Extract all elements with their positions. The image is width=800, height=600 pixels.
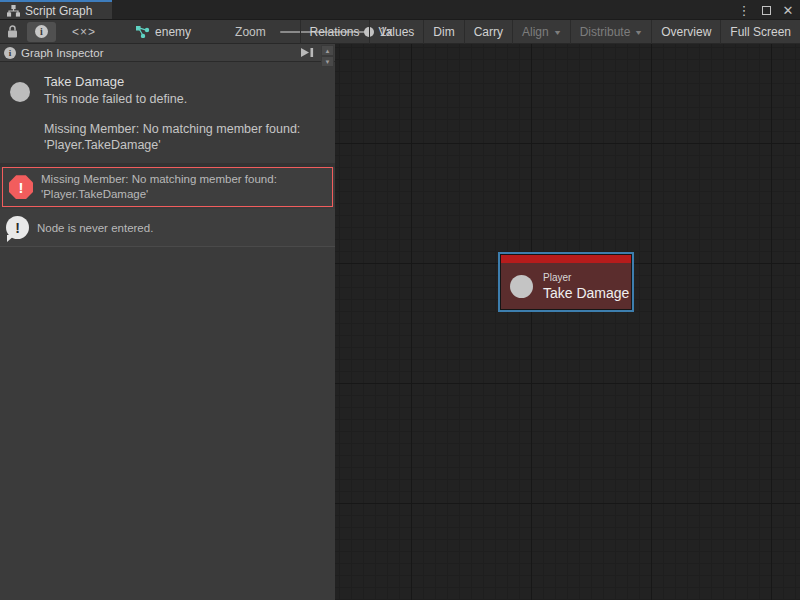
toolbar-buttons: Relations Values Dim Carry Align ▼ Distr…: [300, 20, 800, 44]
scroll-down-button[interactable]: ▼: [321, 56, 334, 67]
tab-script-graph[interactable]: Script Graph: [0, 0, 112, 19]
node-body: Player Take Damage: [501, 263, 631, 309]
graph-toolbar: i <×> enemy Zoom 1x Re: [0, 20, 800, 44]
dock-panel-button[interactable]: [300, 47, 315, 58]
inspector-title: Graph Inspector: [21, 47, 295, 59]
titlebar-controls: ⋮ ✕: [736, 0, 796, 20]
node-status: This node failed to define.: [44, 92, 325, 106]
node-type-label: Player: [543, 272, 629, 283]
scroll-up-button[interactable]: ▲: [321, 45, 334, 56]
dock-icon: [300, 47, 315, 58]
enemy-label: enemy: [155, 25, 191, 39]
maximize-icon[interactable]: [758, 2, 774, 18]
graph-breadcrumb-enemy[interactable]: enemy: [126, 20, 201, 43]
window-menu-icon[interactable]: ⋮: [736, 2, 752, 18]
align-dropdown[interactable]: Align ▼: [512, 20, 570, 44]
node-info-block: Take Damage This node failed to define. …: [0, 62, 335, 167]
carry-button[interactable]: Carry: [464, 20, 512, 44]
node-inner: Player Take Damage: [501, 255, 631, 309]
chevron-down-icon: ▼: [634, 29, 643, 36]
node-title-label: Take Damage: [543, 285, 629, 301]
graph-canvas[interactable]: Player Take Damage: [335, 44, 800, 600]
zoom-label: Zoom: [235, 25, 266, 39]
close-icon[interactable]: ✕: [780, 2, 796, 18]
error-message-box: ! Missing Member: No matching member fou…: [2, 167, 333, 207]
distribute-label: Distribute: [580, 25, 631, 39]
info-icon: i: [35, 25, 48, 38]
node-info-texts: Take Damage This node failed to define. …: [44, 70, 325, 153]
graph-hierarchy-icon: [7, 5, 20, 17]
node-title: Take Damage: [44, 74, 325, 89]
chevron-down-icon: ▼: [553, 29, 562, 36]
lock-icon: [7, 25, 18, 38]
code-preview-button[interactable]: <×>: [58, 25, 110, 39]
panel-scroll-spinner: ▲ ▼: [321, 45, 334, 67]
relations-button[interactable]: Relations: [300, 20, 369, 44]
align-label: Align: [522, 25, 549, 39]
script-graph-window: Script Graph ⋮ ✕ i <×>: [0, 0, 800, 600]
toolbar-left-group: i <×>: [0, 20, 110, 43]
overview-button[interactable]: Overview: [651, 20, 720, 44]
inspector-header: i Graph Inspector: [0, 44, 335, 62]
node-icon: [10, 82, 30, 102]
warning-message-row: ! Node is never entered.: [0, 209, 335, 247]
info-icon: i: [4, 47, 16, 59]
main-area: i Graph Inspector ▲ ▼ Take Damage This n…: [0, 44, 800, 600]
distribute-dropdown[interactable]: Distribute ▼: [570, 20, 652, 44]
error-detail: Missing Member: No matching member found…: [44, 122, 316, 153]
node-error-strip: [501, 255, 631, 263]
warning-icon: !: [6, 216, 29, 239]
fullscreen-button[interactable]: Full Screen: [720, 20, 800, 44]
error-box-text: Missing Member: No matching member found…: [41, 172, 326, 202]
values-button[interactable]: Values: [369, 20, 424, 44]
graph-inspector-panel: i Graph Inspector ▲ ▼ Take Damage This n…: [0, 44, 335, 600]
lock-button[interactable]: [0, 20, 25, 43]
take-damage-node[interactable]: Player Take Damage: [498, 252, 634, 312]
node-icon: [510, 275, 533, 298]
maximize-box: [762, 6, 771, 15]
dim-button[interactable]: Dim: [423, 20, 463, 44]
inspector-toggle-button[interactable]: i: [27, 22, 56, 42]
tab-title: Script Graph: [25, 4, 92, 18]
warning-text: Node is never entered.: [37, 222, 153, 234]
titlebar: Script Graph ⋮ ✕: [0, 0, 800, 20]
error-icon: !: [9, 175, 33, 199]
graph-icon: [136, 26, 150, 38]
node-labels: Player Take Damage: [543, 272, 629, 301]
